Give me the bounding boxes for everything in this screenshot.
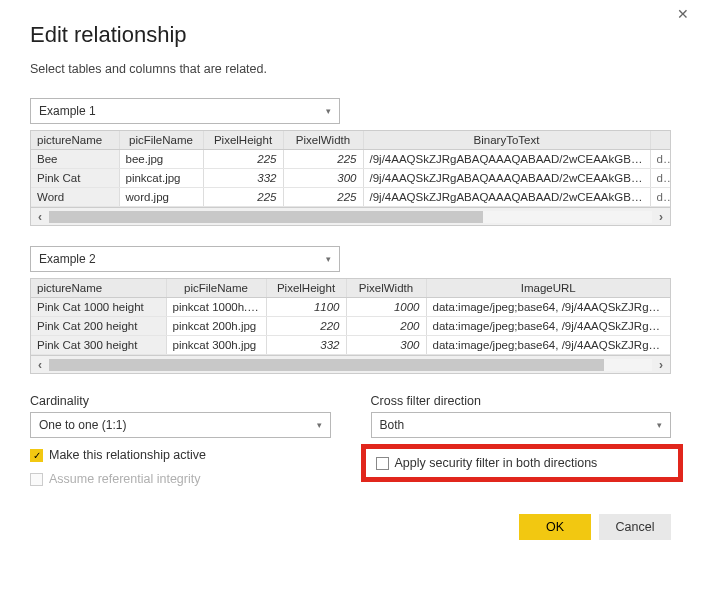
checkbox-icon	[30, 473, 43, 486]
table2-select-value: Example 2	[39, 252, 96, 266]
security-checkbox-row[interactable]: Apply security filter in both directions	[376, 456, 669, 470]
cancel-button[interactable]: Cancel	[599, 514, 671, 540]
cardinality-select[interactable]: One to one (1:1) ▾	[30, 412, 331, 438]
table1-grid: pictureName picFileName PixelHeight Pixe…	[30, 130, 671, 208]
table-row[interactable]: Word word.jpg 225 225 /9j/4AAQSkZJRgABAQ…	[31, 188, 670, 207]
table1-select[interactable]: Example 1 ▾	[30, 98, 340, 124]
table1-col-PixelHeight[interactable]: PixelHeight	[203, 131, 283, 150]
referential-checkbox-row: Assume referential integrity	[30, 472, 331, 486]
chevron-down-icon: ▾	[326, 106, 331, 116]
table-row[interactable]: Pink Cat 1000 height pinkcat 1000h.jpg 1…	[31, 298, 670, 317]
active-checkbox-row[interactable]: ✓ Make this relationship active	[30, 448, 331, 462]
table1-col-overflow[interactable]	[650, 131, 670, 150]
close-icon[interactable]: ✕	[677, 6, 689, 22]
crossfilter-value: Both	[380, 418, 405, 432]
security-label: Apply security filter in both directions	[395, 456, 598, 470]
dialog-subtitle: Select tables and columns that are relat…	[30, 62, 671, 76]
chevron-down-icon: ▾	[657, 420, 662, 430]
ok-button[interactable]: OK	[519, 514, 591, 540]
table1-col-picFileName[interactable]: picFileName	[119, 131, 203, 150]
referential-label: Assume referential integrity	[49, 472, 200, 486]
chevron-down-icon: ▾	[317, 420, 322, 430]
security-highlight: Apply security filter in both directions	[361, 444, 684, 482]
table2-grid: pictureName picFileName PixelHeight Pixe…	[30, 278, 671, 356]
crossfilter-label: Cross filter direction	[371, 394, 672, 408]
dialog-title: Edit relationship	[30, 22, 671, 48]
table1-col-PixelWidth[interactable]: PixelWidth	[283, 131, 363, 150]
table1-scrollbar[interactable]: ‹ ›	[30, 208, 671, 226]
active-label: Make this relationship active	[49, 448, 206, 462]
table1-select-value: Example 1	[39, 104, 96, 118]
table-row[interactable]: Pink Cat pinkcat.jpg 332 300 /9j/4AAQSkZ…	[31, 169, 670, 188]
checkbox-checked-icon[interactable]: ✓	[30, 449, 43, 462]
table-row[interactable]: Pink Cat 300 height pinkcat 300h.jpg 332…	[31, 336, 670, 355]
table-row[interactable]: Pink Cat 200 height pinkcat 200h.jpg 220…	[31, 317, 670, 336]
crossfilter-select[interactable]: Both ▾	[371, 412, 672, 438]
table1-col-BinaryToText[interactable]: BinaryToText	[363, 131, 650, 150]
table2-col-PixelHeight[interactable]: PixelHeight	[266, 279, 346, 298]
table2-col-pictureName[interactable]: pictureName	[31, 279, 166, 298]
chevron-down-icon: ▾	[326, 254, 331, 264]
table2-scrollbar[interactable]: ‹ ›	[30, 356, 671, 374]
table2-col-picFileName[interactable]: picFileName	[166, 279, 266, 298]
scroll-right-icon[interactable]: ›	[652, 210, 670, 224]
table2-col-ImageURL[interactable]: ImageURL	[426, 279, 670, 298]
scroll-left-icon[interactable]: ‹	[31, 210, 49, 224]
table1-col-pictureName[interactable]: pictureName	[31, 131, 119, 150]
checkbox-icon[interactable]	[376, 457, 389, 470]
scroll-right-icon[interactable]: ›	[652, 358, 670, 372]
table2-select[interactable]: Example 2 ▾	[30, 246, 340, 272]
scroll-left-icon[interactable]: ‹	[31, 358, 49, 372]
table2-col-PixelWidth[interactable]: PixelWidth	[346, 279, 426, 298]
cardinality-value: One to one (1:1)	[39, 418, 126, 432]
table-row[interactable]: Bee bee.jpg 225 225 /9j/4AAQSkZJRgABAQAA…	[31, 150, 670, 169]
cardinality-label: Cardinality	[30, 394, 331, 408]
